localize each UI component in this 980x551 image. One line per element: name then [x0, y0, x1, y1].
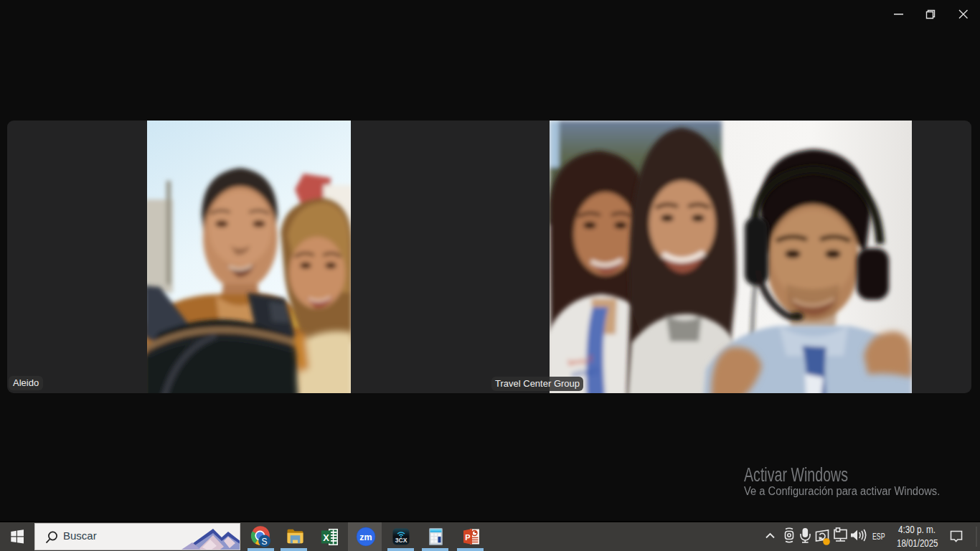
svg-text:ESP: ESP [872, 531, 885, 542]
svg-text:18/01/2025: 18/01/2025 [897, 537, 938, 549]
svg-text:3CX: 3CX [395, 537, 407, 544]
svg-text:P: P [465, 533, 470, 542]
svg-text:X: X [323, 532, 329, 543]
svg-text:4:30 p. m.: 4:30 p. m. [898, 524, 936, 535]
svg-text:zm: zm [359, 532, 372, 542]
svg-text:S: S [262, 537, 268, 547]
